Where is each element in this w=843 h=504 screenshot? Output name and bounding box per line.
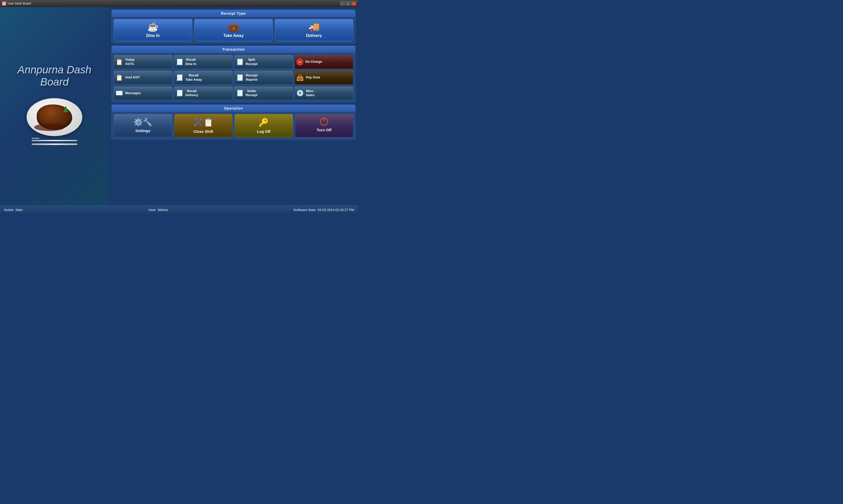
void-kot-label: Void KOT: [125, 75, 140, 80]
recall-dine-in-button[interactable]: 🧾 RecallDine In: [174, 55, 233, 69]
dine-in-button[interactable]: ☕ Dine In: [114, 19, 192, 41]
knife: [32, 143, 77, 145]
settings-icon: ⚙️🔧: [134, 118, 152, 126]
split-receipt-icon: 🧾: [236, 58, 244, 66]
left-panel: Annpurna Dash Board: [0, 7, 109, 205]
food-sauce: [34, 124, 65, 131]
window-title: User Dash Board: [7, 2, 339, 5]
food-item: [37, 105, 72, 130]
take-away-icon: 💼: [228, 22, 239, 31]
split-receipt-button[interactable]: 🧾 SplitReceipt: [234, 55, 293, 69]
settle-receipt-label: SettleReceipt: [246, 89, 258, 98]
operation-header: Operation: [112, 105, 355, 112]
close-shift-icon: ✖️📋: [193, 118, 213, 127]
transaction-header: Transaction: [112, 46, 355, 53]
turn-off-icon: [320, 118, 328, 126]
log-off-label: Log Off: [257, 129, 271, 133]
recall-delivery-label: RecallDelivery: [185, 89, 198, 98]
misc-sales-button[interactable]: 💿 Misc.Sales: [294, 86, 353, 101]
dine-in-icon: ☕: [148, 22, 159, 31]
today-kots-label: TodayKOTs: [125, 58, 135, 66]
software-date-value: 03-02-2014 01:34:27 PM: [317, 208, 354, 212]
operation-section: Operation ⚙️🔧 Settings ✖️📋 Close Shift 🔑…: [111, 105, 356, 140]
food-garnish: [63, 106, 68, 112]
outlet-label: Outlet: [4, 208, 14, 212]
food-illustration: [21, 96, 87, 146]
cutlery: [24, 131, 87, 146]
turn-off-label: Turn Off: [317, 128, 331, 132]
outlet-value: Main: [16, 208, 23, 212]
dine-in-label: Dine In: [146, 33, 159, 38]
recall-dine-in-icon: 🧾: [176, 58, 183, 66]
void-kot-icon: 📋: [116, 74, 123, 81]
void-kot-button[interactable]: 📋 Void KOT: [114, 71, 172, 85]
recall-take-away-icon: 🧾: [176, 74, 183, 81]
no-charge-label: No Charge: [305, 60, 322, 64]
recall-delivery-icon: 🧾: [176, 90, 183, 97]
operation-grid: ⚙️🔧 Settings ✖️📋 Close Shift 🔑 Log Off T…: [112, 112, 355, 139]
today-kots-icon: 📋: [116, 58, 123, 66]
delivery-label: Delivery: [306, 33, 322, 38]
take-away-button[interactable]: 💼 Take Away: [194, 19, 273, 41]
settle-receipt-icon: 🧾: [236, 90, 244, 97]
take-away-label: Take Away: [223, 33, 244, 38]
plate-image: [27, 98, 82, 136]
transaction-grid: 📋 TodayKOTs 🧾 RecallDine In 🧾 SplitRecei…: [112, 53, 355, 102]
split-receipt-label: SplitReceipt: [246, 58, 258, 66]
receipt-type-header: Receipt Type: [112, 10, 355, 17]
no-charge-button[interactable]: No Charge: [294, 55, 353, 69]
right-panel: Receipt Type ☕ Dine In 💼 Take Away 🚚 Del…: [109, 7, 358, 205]
misc-sales-label: Misc.Sales: [306, 89, 314, 98]
main-content: Annpurna Dash Board Receipt Type ☕: [0, 7, 358, 205]
title-bar: 🖥 User Dash Board − □ ✕: [0, 0, 358, 7]
close-shift-button[interactable]: ✖️📋 Close Shift: [174, 114, 233, 138]
transaction-section: Transaction 📋 TodayKOTs 🧾 RecallDine In …: [111, 46, 356, 103]
no-charge-icon: [296, 58, 303, 66]
delivery-button[interactable]: 🚚 Delivery: [275, 19, 353, 41]
misc-sales-icon: 💿: [296, 90, 304, 97]
settings-label: Settings: [136, 128, 151, 133]
messages-label: Messages: [125, 91, 141, 95]
recall-delivery-button[interactable]: 🧾 RecallDelivery: [174, 86, 233, 101]
receipt-reprint-button[interactable]: 🧾 ReceiptReprint: [234, 71, 293, 85]
log-off-icon: 🔑: [259, 118, 269, 127]
recall-dine-in-label: RecallDine In: [185, 58, 196, 66]
receipt-type-section: Receipt Type ☕ Dine In 💼 Take Away 🚚 Del…: [111, 10, 356, 43]
pay-outs-icon: 👜: [296, 74, 304, 81]
delivery-icon: 🚚: [308, 22, 320, 31]
window-controls: − □ ✕: [340, 1, 356, 5]
today-kots-button[interactable]: 📋 TodayKOTs: [114, 55, 172, 69]
user-value: Mishra: [158, 208, 168, 212]
close-shift-label: Close Shift: [193, 129, 213, 133]
user-item: User Mishra: [149, 208, 168, 212]
outlet-item: Outlet Main: [4, 208, 23, 212]
recall-take-away-button[interactable]: 🧾 RecallTake Away: [174, 71, 233, 85]
messages-button[interactable]: ✉️ Messages: [114, 86, 172, 101]
app-icon: 🖥: [2, 1, 6, 5]
log-off-button[interactable]: 🔑 Log Off: [235, 114, 293, 138]
close-button[interactable]: ✕: [351, 1, 356, 5]
software-date-label: Software Date: [293, 208, 315, 212]
maximize-button[interactable]: □: [346, 1, 350, 5]
minimize-button[interactable]: −: [340, 1, 345, 5]
user-label: User: [149, 208, 156, 212]
messages-icon: ✉️: [116, 90, 123, 97]
fork: [32, 140, 77, 141]
turn-off-button[interactable]: Turn Off: [295, 114, 354, 138]
pay-outs-label: Pay Outs: [306, 75, 320, 80]
settle-receipt-button[interactable]: 🧾 SettleReceipt: [234, 86, 293, 101]
receipt-reprint-label: ReceiptReprint: [246, 73, 258, 82]
receipt-reprint-icon: 🧾: [236, 74, 244, 81]
software-date-item: Software Date 03-02-2014 01:34:27 PM: [293, 208, 354, 212]
receipt-type-body: ☕ Dine In 💼 Take Away 🚚 Delivery: [112, 17, 355, 43]
status-bar: Outlet Main User Mishra Software Date 03…: [0, 205, 358, 214]
settings-button[interactable]: ⚙️🔧 Settings: [114, 114, 172, 138]
app-title: Annpurna Dash Board: [5, 64, 104, 88]
pay-outs-button[interactable]: 👜 Pay Outs: [294, 71, 353, 85]
recall-take-away-label: RecallTake Away: [185, 73, 202, 82]
